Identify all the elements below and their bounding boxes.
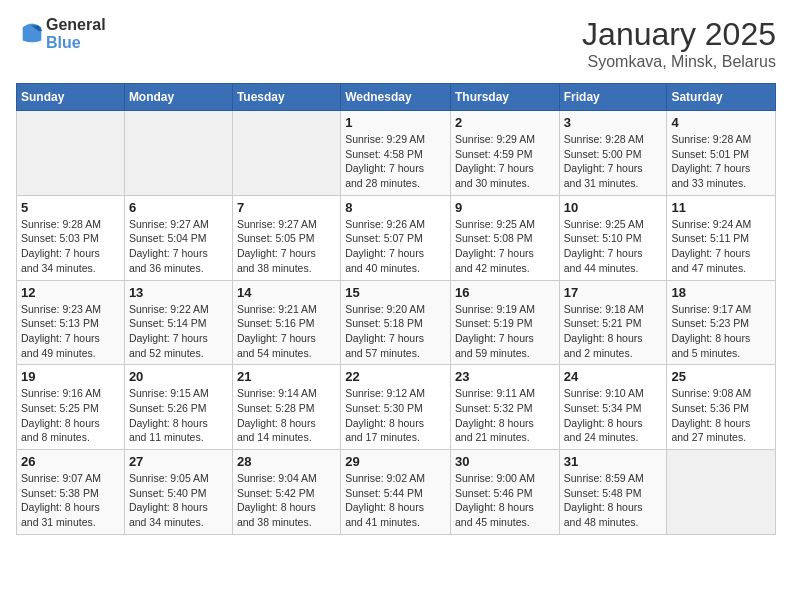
calendar-header: SundayMondayTuesdayWednesdayThursdayFrid… <box>17 84 776 111</box>
calendar-cell: 4Sunrise: 9:28 AM Sunset: 5:01 PM Daylig… <box>667 111 776 196</box>
day-number: 5 <box>21 200 120 215</box>
logo-icon <box>18 18 46 46</box>
logo-general-text: General <box>46 16 106 34</box>
calendar-cell: 1Sunrise: 9:29 AM Sunset: 4:58 PM Daylig… <box>341 111 451 196</box>
day-info: Sunrise: 9:24 AM Sunset: 5:11 PM Dayligh… <box>671 217 771 276</box>
calendar-cell: 14Sunrise: 9:21 AM Sunset: 5:16 PM Dayli… <box>232 280 340 365</box>
day-info: Sunrise: 9:26 AM Sunset: 5:07 PM Dayligh… <box>345 217 446 276</box>
calendar-cell: 9Sunrise: 9:25 AM Sunset: 5:08 PM Daylig… <box>450 195 559 280</box>
calendar-cell: 25Sunrise: 9:08 AM Sunset: 5:36 PM Dayli… <box>667 365 776 450</box>
day-number: 7 <box>237 200 336 215</box>
day-info: Sunrise: 9:25 AM Sunset: 5:10 PM Dayligh… <box>564 217 663 276</box>
day-number: 15 <box>345 285 446 300</box>
day-number: 14 <box>237 285 336 300</box>
logo-blue-text: Blue <box>46 34 106 52</box>
day-number: 11 <box>671 200 771 215</box>
day-info: Sunrise: 9:12 AM Sunset: 5:30 PM Dayligh… <box>345 386 446 445</box>
calendar-cell <box>17 111 125 196</box>
day-number: 23 <box>455 369 555 384</box>
weekday-header-saturday: Saturday <box>667 84 776 111</box>
calendar-cell: 30Sunrise: 9:00 AM Sunset: 5:46 PM Dayli… <box>450 450 559 535</box>
calendar-cell: 21Sunrise: 9:14 AM Sunset: 5:28 PM Dayli… <box>232 365 340 450</box>
calendar-cell: 2Sunrise: 9:29 AM Sunset: 4:59 PM Daylig… <box>450 111 559 196</box>
day-number: 20 <box>129 369 228 384</box>
day-number: 9 <box>455 200 555 215</box>
calendar-cell: 22Sunrise: 9:12 AM Sunset: 5:30 PM Dayli… <box>341 365 451 450</box>
day-info: Sunrise: 9:22 AM Sunset: 5:14 PM Dayligh… <box>129 302 228 361</box>
weekday-header-friday: Friday <box>559 84 667 111</box>
day-info: Sunrise: 8:59 AM Sunset: 5:48 PM Dayligh… <box>564 471 663 530</box>
day-number: 6 <box>129 200 228 215</box>
day-number: 25 <box>671 369 771 384</box>
day-info: Sunrise: 9:27 AM Sunset: 5:04 PM Dayligh… <box>129 217 228 276</box>
day-info: Sunrise: 9:07 AM Sunset: 5:38 PM Dayligh… <box>21 471 120 530</box>
weekday-header-tuesday: Tuesday <box>232 84 340 111</box>
calendar-cell: 31Sunrise: 8:59 AM Sunset: 5:48 PM Dayli… <box>559 450 667 535</box>
day-info: Sunrise: 9:14 AM Sunset: 5:28 PM Dayligh… <box>237 386 336 445</box>
weekday-header-thursday: Thursday <box>450 84 559 111</box>
day-info: Sunrise: 9:21 AM Sunset: 5:16 PM Dayligh… <box>237 302 336 361</box>
day-info: Sunrise: 9:02 AM Sunset: 5:44 PM Dayligh… <box>345 471 446 530</box>
day-info: Sunrise: 9:16 AM Sunset: 5:25 PM Dayligh… <box>21 386 120 445</box>
calendar-cell <box>232 111 340 196</box>
day-info: Sunrise: 9:29 AM Sunset: 4:59 PM Dayligh… <box>455 132 555 191</box>
calendar-cell: 23Sunrise: 9:11 AM Sunset: 5:32 PM Dayli… <box>450 365 559 450</box>
calendar-cell: 8Sunrise: 9:26 AM Sunset: 5:07 PM Daylig… <box>341 195 451 280</box>
calendar-cell: 17Sunrise: 9:18 AM Sunset: 5:21 PM Dayli… <box>559 280 667 365</box>
day-number: 8 <box>345 200 446 215</box>
calendar-cell: 12Sunrise: 9:23 AM Sunset: 5:13 PM Dayli… <box>17 280 125 365</box>
day-number: 2 <box>455 115 555 130</box>
day-info: Sunrise: 9:27 AM Sunset: 5:05 PM Dayligh… <box>237 217 336 276</box>
day-number: 17 <box>564 285 663 300</box>
weekday-header-monday: Monday <box>124 84 232 111</box>
weekday-header-sunday: Sunday <box>17 84 125 111</box>
day-number: 19 <box>21 369 120 384</box>
day-info: Sunrise: 9:20 AM Sunset: 5:18 PM Dayligh… <box>345 302 446 361</box>
day-info: Sunrise: 9:19 AM Sunset: 5:19 PM Dayligh… <box>455 302 555 361</box>
day-info: Sunrise: 9:25 AM Sunset: 5:08 PM Dayligh… <box>455 217 555 276</box>
day-info: Sunrise: 9:04 AM Sunset: 5:42 PM Dayligh… <box>237 471 336 530</box>
calendar-cell: 16Sunrise: 9:19 AM Sunset: 5:19 PM Dayli… <box>450 280 559 365</box>
day-info: Sunrise: 9:23 AM Sunset: 5:13 PM Dayligh… <box>21 302 120 361</box>
calendar-week-4: 19Sunrise: 9:16 AM Sunset: 5:25 PM Dayli… <box>17 365 776 450</box>
page-header: General Blue January 2025 Syomkava, Mins… <box>16 16 776 71</box>
calendar-cell: 19Sunrise: 9:16 AM Sunset: 5:25 PM Dayli… <box>17 365 125 450</box>
calendar-cell: 28Sunrise: 9:04 AM Sunset: 5:42 PM Dayli… <box>232 450 340 535</box>
day-info: Sunrise: 9:15 AM Sunset: 5:26 PM Dayligh… <box>129 386 228 445</box>
calendar-cell <box>667 450 776 535</box>
day-info: Sunrise: 9:28 AM Sunset: 5:00 PM Dayligh… <box>564 132 663 191</box>
day-number: 13 <box>129 285 228 300</box>
calendar-cell: 15Sunrise: 9:20 AM Sunset: 5:18 PM Dayli… <box>341 280 451 365</box>
day-info: Sunrise: 9:18 AM Sunset: 5:21 PM Dayligh… <box>564 302 663 361</box>
day-info: Sunrise: 9:05 AM Sunset: 5:40 PM Dayligh… <box>129 471 228 530</box>
month-year-title: January 2025 <box>582 16 776 53</box>
day-number: 31 <box>564 454 663 469</box>
day-number: 30 <box>455 454 555 469</box>
day-info: Sunrise: 9:28 AM Sunset: 5:03 PM Dayligh… <box>21 217 120 276</box>
weekday-header-row: SundayMondayTuesdayWednesdayThursdayFrid… <box>17 84 776 111</box>
logo: General Blue <box>16 16 106 52</box>
day-number: 22 <box>345 369 446 384</box>
day-number: 27 <box>129 454 228 469</box>
day-number: 10 <box>564 200 663 215</box>
day-number: 29 <box>345 454 446 469</box>
day-info: Sunrise: 9:00 AM Sunset: 5:46 PM Dayligh… <box>455 471 555 530</box>
calendar-cell: 27Sunrise: 9:05 AM Sunset: 5:40 PM Dayli… <box>124 450 232 535</box>
day-number: 24 <box>564 369 663 384</box>
day-info: Sunrise: 9:08 AM Sunset: 5:36 PM Dayligh… <box>671 386 771 445</box>
day-info: Sunrise: 9:10 AM Sunset: 5:34 PM Dayligh… <box>564 386 663 445</box>
calendar-cell: 29Sunrise: 9:02 AM Sunset: 5:44 PM Dayli… <box>341 450 451 535</box>
weekday-header-wednesday: Wednesday <box>341 84 451 111</box>
calendar-cell: 18Sunrise: 9:17 AM Sunset: 5:23 PM Dayli… <box>667 280 776 365</box>
day-info: Sunrise: 9:17 AM Sunset: 5:23 PM Dayligh… <box>671 302 771 361</box>
calendar-week-2: 5Sunrise: 9:28 AM Sunset: 5:03 PM Daylig… <box>17 195 776 280</box>
day-info: Sunrise: 9:28 AM Sunset: 5:01 PM Dayligh… <box>671 132 771 191</box>
calendar-body: 1Sunrise: 9:29 AM Sunset: 4:58 PM Daylig… <box>17 111 776 535</box>
calendar-cell: 24Sunrise: 9:10 AM Sunset: 5:34 PM Dayli… <box>559 365 667 450</box>
day-number: 26 <box>21 454 120 469</box>
day-number: 12 <box>21 285 120 300</box>
day-number: 21 <box>237 369 336 384</box>
day-number: 3 <box>564 115 663 130</box>
calendar-cell <box>124 111 232 196</box>
day-number: 16 <box>455 285 555 300</box>
